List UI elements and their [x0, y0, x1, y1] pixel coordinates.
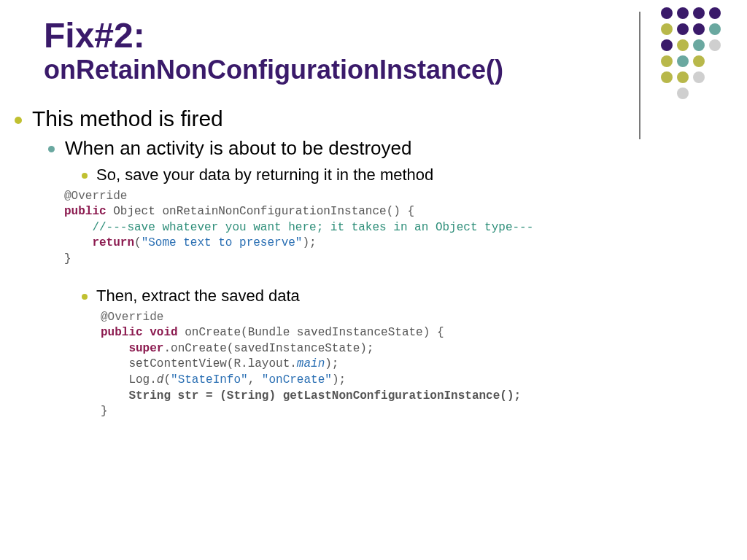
code-token: );	[332, 373, 346, 386]
decor-dot-icon	[709, 88, 721, 99]
decor-dot-icon	[677, 71, 689, 83]
corner-decoration	[639, 7, 721, 139]
title-line-1: Fix#2:	[44, 18, 732, 54]
code-token: .onCreate(savedInstanceState);	[163, 342, 374, 355]
decor-dot-icon	[677, 23, 689, 35]
bullet-text: Then, extract the saved data	[96, 287, 300, 306]
code-token: (	[163, 373, 171, 386]
code-token: @Override	[64, 190, 127, 203]
code-token: @Override	[101, 311, 163, 324]
slide-body: This method is fired When an activity is…	[15, 106, 732, 420]
bullet-dot-icon	[48, 146, 55, 152]
decor-dot-icon	[709, 23, 721, 35]
bullet-text: When an activity is about to be destroye…	[65, 137, 412, 160]
decor-dot-icon	[693, 7, 705, 19]
code-token: "Some text to preserve"	[142, 236, 303, 249]
decor-dot-icon	[677, 55, 689, 67]
decor-dot-icon	[677, 7, 689, 19]
bullet-level-2: When an activity is about to be destroye…	[48, 137, 732, 160]
code-token: return	[64, 236, 134, 249]
bullet-level-3: So, save your data by returning it in th…	[82, 166, 732, 184]
code-token: public	[64, 205, 107, 218]
code-token: Object onRetainNonConfigurationInstance(…	[107, 205, 414, 218]
decor-dot-icon	[661, 7, 673, 19]
decor-dot-icon	[677, 39, 689, 51]
decor-dot-icon	[661, 23, 673, 35]
code-token: d	[157, 373, 164, 386]
decor-dot-icon	[709, 71, 721, 83]
code-token: String str = (String) getLastNonConfigur…	[101, 389, 521, 402]
code-token: Log.	[101, 373, 157, 386]
decor-dot-icon	[709, 7, 721, 19]
decor-dot-icon	[693, 23, 705, 35]
code-token: );	[325, 357, 338, 370]
code-token: public	[101, 326, 143, 339]
decor-dot-icon	[693, 71, 705, 83]
code-block-1: @Override public Object onRetainNonConfi…	[64, 189, 732, 268]
code-token: }	[64, 252, 71, 265]
decor-dot-grid	[661, 7, 721, 99]
bullet-text: So, save your data by returning it in th…	[96, 166, 433, 184]
slide: Fix#2: onRetainNonConfigurationInstance(…	[0, 0, 747, 454]
slide-title: Fix#2: onRetainNonConfigurationInstance(…	[44, 18, 732, 86]
decor-dot-icon	[677, 88, 689, 99]
bullet-dot-icon	[15, 117, 22, 124]
decor-dot-icon	[661, 39, 673, 51]
decor-dot-icon	[661, 88, 673, 99]
decor-dot-icon	[661, 55, 673, 67]
decor-dot-icon	[693, 55, 705, 67]
code-token: (	[134, 236, 142, 249]
code-token: }	[101, 405, 108, 418]
code-token: onCreate(Bundle savedInstanceState) {	[178, 326, 444, 339]
bullet-level-1: This method is fired	[15, 106, 732, 131]
code-token: super	[101, 342, 163, 355]
code-token: ,	[248, 373, 262, 386]
code-token: "onCreate"	[262, 373, 332, 386]
code-block-2: @Override public void onCreate(Bundle sa…	[101, 310, 732, 420]
decor-dot-icon	[693, 39, 705, 51]
code-token: setContentView(R.layout.	[101, 357, 297, 370]
bullet-text: This method is fired	[32, 106, 223, 131]
title-line-2: onRetainNonConfigurationInstance()	[44, 54, 732, 85]
bullet-dot-icon	[82, 294, 88, 300]
bullet-dot-icon	[82, 173, 88, 179]
code-token: main	[297, 357, 325, 370]
code-token: //---save whatever you want here; it tak…	[64, 221, 533, 234]
decor-divider	[639, 12, 640, 139]
code-token: );	[302, 236, 316, 249]
decor-dot-icon	[709, 55, 721, 67]
decor-dot-icon	[661, 71, 673, 83]
decor-dot-icon	[693, 88, 705, 99]
code-token: "StateInfo"	[171, 373, 248, 386]
bullet-level-3: Then, extract the saved data	[82, 287, 732, 306]
code-token: void	[143, 326, 178, 339]
decor-dot-icon	[709, 39, 721, 51]
